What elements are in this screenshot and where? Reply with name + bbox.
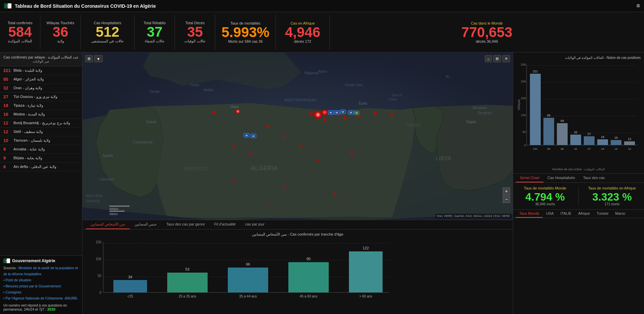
sidebar-subtitle: عبر الولايات — [3, 60, 79, 63]
svg-text:32: 32 — [574, 131, 577, 134]
svg-point-60 — [266, 203, 269, 205]
tab-taux-des-cas[interactable]: Taux des cas — [579, 174, 609, 182]
wilaya-item[interactable]: 16 Medea - ولاية المدية — [0, 110, 82, 119]
svg-point-40 — [317, 114, 319, 116]
right-tabs[interactable]: Serial Chart Cas Hospitalisés Taux des c… — [513, 174, 644, 183]
map-controls[interactable]: ⊞ ▼ — [85, 55, 103, 62]
wilaya-item[interactable]: 221 Blida - ولاية البليدة — [0, 66, 82, 75]
svg-text:<25: <25 — [128, 294, 133, 298]
svg-text:Palermo: Palermo — [305, 71, 318, 75]
svg-text:Rabat: Rabat — [146, 120, 156, 124]
svg-text:35 a 44 ans: 35 a 44 ans — [239, 294, 257, 298]
svg-text:Benghazi: Benghazi — [478, 111, 492, 115]
svg-rect-96 — [288, 262, 329, 292]
wilaya-count: 16 — [3, 112, 13, 117]
wilaya-item[interactable]: 6 Ain defla - ولاية عين الدفلى — [0, 163, 82, 171]
wilaya-name: Ain defla - ولاية عين الدفلى — [13, 165, 79, 169]
svg-text:TUNISIA: TUNISIA — [405, 123, 421, 128]
tab-serial-chart[interactable]: Serial Chart — [516, 174, 543, 182]
stat-hospitalises: Cas Hospitalisés 512 حالات في المستشفى — [81, 15, 135, 49]
right-bar-chart-svg: 250 200 150 100 50 0 Wilayas 221 221 — [516, 61, 641, 165]
svg-text:68: 68 — [561, 119, 564, 123]
svg-rect-125 — [570, 135, 581, 145]
menu-icon[interactable]: ≡ — [636, 2, 640, 9]
svg-text:ALGERIA: ALGERIA — [251, 165, 278, 172]
wilaya-item[interactable]: 12 Sétif - ولاية سطيف — [0, 128, 82, 136]
svg-text:H: H — [252, 135, 254, 138]
svg-text:53: 53 — [185, 267, 189, 271]
chart-tabs[interactable]: سن الأشخاص المصابينجنس المصابينTaux des … — [82, 220, 513, 230]
right-bottom-tabs[interactable]: Taux MondeUSAITALIEAfriqueTunisieMaroc — [513, 210, 644, 218]
stat-total-confirms: Total confirmés 584 الحالات المؤكدة — [0, 15, 40, 49]
right-bottom-tab-0[interactable]: Taux Monde — [516, 210, 543, 218]
map-close-btn[interactable]: ✕ — [502, 55, 510, 62]
svg-text:221: 221 — [533, 147, 538, 150]
wilaya-item[interactable]: 18 Tipaza - ولاية تيبازة — [0, 101, 82, 110]
wilaya-item[interactable]: 85 Alger - ولاية الجزائر — [0, 75, 82, 84]
gov-link-consignes[interactable]: • Consignes — [3, 290, 22, 294]
stat-wilayas: Wilayas Touchés 36 ولاية — [40, 15, 81, 49]
zoom-in-btn[interactable]: + — [503, 187, 510, 195]
map-tool-btn[interactable]: ⊞ — [85, 55, 93, 62]
algeria-flag — [4, 3, 11, 8]
svg-point-52 — [283, 135, 286, 138]
wilaya-name: Medea - ولاية المدية — [13, 112, 79, 116]
gov-link-anurb[interactable]: • Par l'Agence Nationale de l'Urbanisme … — [3, 296, 78, 300]
gov-link-point[interactable]: • Point de situation — [3, 278, 31, 282]
svg-text:Sea of: Sea of — [392, 93, 402, 97]
right-bottom-tab-1[interactable]: USA — [543, 210, 557, 218]
chart-tab-0[interactable]: سن الأشخاص المصابين — [86, 220, 130, 229]
wilaya-item[interactable]: 9 Annaba - ولاية عنابة — [0, 145, 82, 154]
chart-tab-2[interactable]: Taux des cas par genre — [162, 220, 209, 229]
gov-link-mesures[interactable]: • Mesures prises par le Gouvernement — [3, 284, 61, 288]
map-grid-btn[interactable]: ⊞ — [493, 55, 501, 62]
svg-point-55 — [317, 159, 319, 162]
svg-text:27: 27 — [587, 132, 591, 136]
svg-rect-119 — [543, 118, 554, 145]
wilaya-item[interactable]: 32 Oran - ولاية وهران — [0, 84, 82, 93]
chart-area: سن الأشخاص المصابينجنس المصابينTaux des … — [82, 220, 513, 314]
right-bar-chart: Nobre de cas positives - الحالات المؤكدة… — [513, 53, 644, 174]
svg-text:150: 150 — [96, 240, 101, 244]
svg-text:Casablanca: Casablanca — [133, 140, 153, 144]
stat-cas-afrique: Cas en Afrique 4,946 172 décés — [276, 15, 330, 49]
zoom-out-btn[interactable]: − — [503, 196, 510, 203]
svg-rect-122 — [557, 123, 568, 145]
map-controls-right[interactable]: ⌂ ⊞ ✕ — [485, 55, 510, 62]
zoom-controls[interactable]: + − — [503, 187, 510, 203]
wilaya-item[interactable]: 10 Tlemcen - ولاية تلمسان — [0, 136, 82, 145]
svg-rect-137 — [624, 141, 635, 145]
wilaya-name: Béjaia - ولاية بجاية — [13, 156, 79, 160]
svg-rect-116 — [530, 74, 541, 145]
svg-text:Agadir: Agadir — [103, 153, 113, 158]
wilaya-item[interactable]: 9 Béjaia - ولاية بجاية — [0, 154, 82, 163]
right-bottom-tab-5[interactable]: Maroc — [612, 210, 629, 218]
right-bottom-tab-3[interactable]: Afrique — [575, 210, 593, 218]
wilaya-name: Tizi Ouezou - ولاية تيزي وزو — [13, 95, 79, 99]
svg-text:At...: At... — [446, 75, 452, 78]
mortality-monde: Taux de mortalités Monde 4.794 % 36,946 … — [516, 186, 574, 206]
chart-tab-3[interactable]: Fil d'actualité — [210, 220, 241, 229]
svg-point-63 — [390, 113, 394, 116]
hotline-number: 3030 — [47, 307, 55, 311]
svg-text:400km: 400km — [109, 207, 118, 211]
svg-text:66: 66 — [246, 262, 250, 266]
wilaya-name: Oran - ولاية وهران — [13, 86, 79, 90]
map-dropdown-btn[interactable]: ▼ — [94, 55, 103, 62]
tab-cas-hospitalises[interactable]: Cas Hospitalisés — [543, 174, 579, 182]
chart-tab-1[interactable]: جنس المصابين — [130, 220, 162, 229]
right-bottom-tab-2[interactable]: ITALIE — [557, 210, 575, 218]
map-container[interactable]: MEDITERRANEAN Seville Ceuta Melilla Raba… — [82, 53, 513, 220]
chart-tab-4[interactable]: cas par jour — [240, 220, 269, 229]
svg-text:WESTERN: WESTERN — [86, 194, 103, 198]
wilaya-item[interactable]: 12 Bordj Bouariridj - ولاية برج بوعريريج — [0, 119, 82, 128]
gov-title: Gouvernement Algérie — [12, 258, 55, 263]
right-bottom-tab-4[interactable]: Tunisie — [593, 210, 612, 218]
svg-text:> 60 ans: > 60 ans — [359, 294, 372, 298]
svg-text:H: H — [330, 111, 332, 114]
svg-point-47 — [323, 118, 326, 121]
map-home-btn[interactable]: ⌂ — [485, 55, 492, 62]
svg-text:H: H — [342, 110, 344, 113]
wilaya-item[interactable]: 27 Tizi Ouezou - ولاية تيزي وزو — [0, 93, 82, 101]
wilaya-list[interactable]: 221 Blida - ولاية البليدة 85 Alger - ولا… — [0, 66, 82, 255]
